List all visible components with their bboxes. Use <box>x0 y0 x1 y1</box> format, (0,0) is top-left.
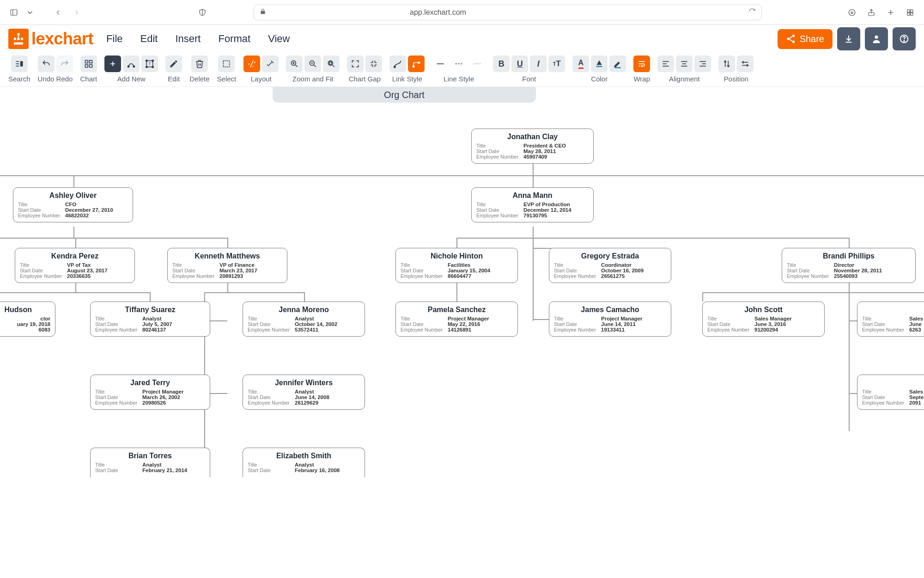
svg-line-47 <box>296 65 298 67</box>
menu-insert[interactable]: Insert <box>175 33 201 45</box>
position-h-icon[interactable] <box>737 55 754 72</box>
add-node-icon[interactable] <box>104 55 121 72</box>
svg-rect-28 <box>16 63 19 64</box>
border-color-icon[interactable] <box>609 55 626 72</box>
share-icon[interactable] <box>865 6 878 19</box>
redo-icon[interactable] <box>56 55 73 72</box>
org-node[interactable]: Pamela Sanchez TitleProject Manager Star… <box>395 301 518 337</box>
svg-rect-29 <box>16 66 19 67</box>
org-node[interactable]: Elizabeth Smith TitleAnalyst Start DateF… <box>243 448 365 477</box>
svg-rect-31 <box>85 61 88 63</box>
svg-point-37 <box>128 66 129 67</box>
org-node[interactable]: Jennifer Winters TitleAnalyst Start Date… <box>243 375 365 410</box>
reload-icon[interactable] <box>748 8 756 17</box>
link-curved-icon[interactable] <box>389 55 406 72</box>
org-node[interactable]: John Scott TitleSales Manager Start Date… <box>702 301 825 337</box>
sidebar-toggle-icon[interactable] <box>7 6 20 19</box>
org-node[interactable]: Jared Terry TitleProject Manager Start D… <box>90 375 210 410</box>
menu-view[interactable]: View <box>268 33 290 45</box>
gap-collapse-icon[interactable] <box>365 55 382 72</box>
org-node[interactable]: Jonathan Clay TitlePresident & CEO Start… <box>471 129 594 164</box>
text-color-icon[interactable]: A <box>572 55 589 72</box>
search-icon[interactable] <box>11 55 28 72</box>
svg-point-19 <box>792 41 795 43</box>
canvas[interactable]: Org Chart Jonathan Clay TitlePresident &… <box>0 87 924 578</box>
menu-bar: File Edit Insert Format View <box>106 33 290 45</box>
auto-layout-icon[interactable] <box>243 55 260 72</box>
share-button[interactable]: Share <box>778 29 833 49</box>
bold-icon[interactable]: B <box>493 55 510 72</box>
zoom-in-icon[interactable] <box>286 55 303 72</box>
tab-dropdown-icon[interactable] <box>26 6 34 19</box>
shield-icon[interactable] <box>196 6 209 19</box>
link-orthogonal-icon[interactable] <box>408 55 425 72</box>
share-label: Share <box>800 34 824 44</box>
align-center-icon[interactable] <box>676 55 693 72</box>
delete-icon[interactable] <box>191 55 208 72</box>
org-node[interactable]: Ashley Oliver TitleCFO Start DateDecembe… <box>13 187 133 222</box>
org-node[interactable]: James Camacho TitleProject Manager Start… <box>549 301 671 337</box>
back-button[interactable] <box>52 6 65 19</box>
org-node[interactable]: Tiffany Suarez TitleAnalyst Start DateJu… <box>90 301 210 337</box>
fill-color-icon[interactable] <box>591 55 608 72</box>
zoom-fit-icon[interactable] <box>323 55 340 72</box>
svg-point-58 <box>418 62 419 63</box>
svg-point-18 <box>787 37 790 40</box>
position-v-icon[interactable] <box>718 55 735 72</box>
align-left-icon[interactable] <box>657 55 674 72</box>
account-button[interactable] <box>865 27 888 50</box>
svg-point-56 <box>394 66 395 68</box>
svg-rect-11 <box>18 33 20 36</box>
download-button[interactable] <box>837 27 860 50</box>
org-node[interactable]: Michael J TitleSales Start DateSepte Emp… <box>857 375 924 410</box>
toolbar-label-edit: Edit <box>168 75 180 83</box>
node-name: Jonathan Clay <box>476 133 589 141</box>
toolbar-label-font: Font <box>522 75 536 83</box>
org-node[interactable]: Anna O TitleSales Start DateJune Employe… <box>857 301 924 337</box>
forward-button[interactable] <box>70 6 83 19</box>
org-node[interactable]: Jenna Moreno TitleAnalyst Start DateOcto… <box>243 301 365 337</box>
help-button[interactable] <box>893 27 916 50</box>
svg-rect-32 <box>90 61 92 63</box>
wrap-icon[interactable] <box>633 55 650 72</box>
fontsize-icon[interactable]: TT <box>548 55 565 72</box>
logo[interactable]: lexchart <box>8 29 93 49</box>
org-node[interactable]: Kendra Perez TitleVP of Tax Start DateAu… <box>15 248 135 283</box>
layout-wand-icon[interactable] <box>262 55 279 72</box>
downloads-icon[interactable] <box>845 6 858 19</box>
line-solid-icon[interactable] <box>432 55 449 72</box>
org-node[interactable]: Brandi Phillips TitleDirector Start Date… <box>782 248 916 283</box>
org-node[interactable]: Gregory Estrada TitleCoordinator Start D… <box>549 248 671 283</box>
menu-edit[interactable]: Edit <box>140 33 158 45</box>
add-link-icon[interactable] <box>123 55 140 72</box>
zoom-out-icon[interactable] <box>304 55 321 72</box>
svg-rect-9 <box>907 12 910 15</box>
org-node[interactable]: Kenneth Matthews TitleVP of Finance Star… <box>167 248 287 283</box>
undo-icon[interactable] <box>38 55 55 72</box>
select-icon[interactable] <box>218 55 235 72</box>
line-dashed-icon[interactable] <box>450 55 467 72</box>
menu-file[interactable]: File <box>106 33 122 45</box>
gap-expand-icon[interactable] <box>347 55 364 72</box>
org-node[interactable]: Brian Torres TitleAnalyst Start DateFebr… <box>90 448 210 477</box>
toolbar-label-zoomfit: Zoom and Fit <box>292 75 333 83</box>
address-bar[interactable]: app.lexchart.com <box>254 5 762 20</box>
add-text-icon[interactable]: T <box>141 55 158 72</box>
org-node[interactable]: Hudson ctor uary 19, 2018 6083 <box>0 301 55 337</box>
underline-icon[interactable]: U <box>511 55 528 72</box>
italic-icon[interactable]: I <box>530 55 547 72</box>
new-tab-icon[interactable] <box>884 6 897 19</box>
org-node[interactable]: Nichole Hinton TitleFacilities Start Dat… <box>395 248 518 283</box>
org-node[interactable]: Anna Mann TitleEVP of Production Start D… <box>471 187 594 222</box>
logo-text: lexchart <box>31 29 93 49</box>
toolbar-label-position: Position <box>724 75 748 83</box>
edit-icon[interactable] <box>165 55 182 72</box>
toolbar-label-color: Color <box>591 75 608 83</box>
menu-format[interactable]: Format <box>218 33 250 45</box>
align-right-icon[interactable] <box>694 55 711 72</box>
line-dotted-icon[interactable] <box>469 55 486 72</box>
svg-rect-7 <box>907 10 910 12</box>
tab-overview-icon[interactable] <box>904 6 917 19</box>
svg-point-40 <box>146 60 147 61</box>
chart-icon[interactable] <box>80 55 97 72</box>
